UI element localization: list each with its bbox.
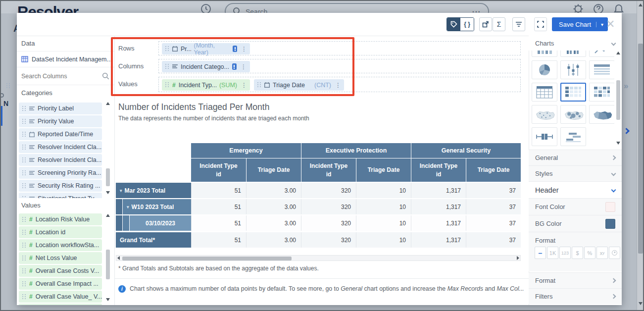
scroll-up-icon[interactable] bbox=[106, 214, 110, 217]
values-scrollbar-thumb[interactable] bbox=[106, 250, 110, 279]
chart-type-map-scatter[interactable] bbox=[532, 105, 557, 124]
chart-type-pie[interactable] bbox=[532, 60, 557, 79]
horizontal-scrollbar-thumb[interactable] bbox=[122, 257, 292, 260]
page-scrollbar-thumb[interactable] bbox=[638, 44, 643, 254]
collapse-icon[interactable]: ▾ bbox=[120, 188, 122, 193]
tag-icon[interactable] bbox=[447, 18, 460, 31]
braces-icon[interactable]: { } bbox=[460, 18, 474, 31]
format-none-button[interactable]: – bbox=[535, 247, 546, 259]
font-color-swatch[interactable] bbox=[605, 202, 615, 212]
scroll-right-icon[interactable] bbox=[517, 256, 519, 260]
header-subsection[interactable]: Header bbox=[529, 181, 622, 198]
kebab-menu-icon[interactable]: ⋮ bbox=[335, 82, 341, 89]
search-columns-input[interactable] bbox=[21, 73, 102, 80]
category-item[interactable]: Priority Value bbox=[19, 115, 102, 127]
filter-button[interactable] bbox=[512, 17, 525, 31]
category-item[interactable]: Security Risk Rating ... bbox=[19, 180, 102, 192]
chart-type-map-filled[interactable] bbox=[589, 105, 614, 124]
chart-type-column[interactable] bbox=[560, 51, 586, 57]
value-item-partial[interactable]: # bbox=[19, 304, 102, 305]
scroll-up-icon[interactable] bbox=[106, 102, 110, 105]
styles-section[interactable]: Styles bbox=[529, 165, 622, 181]
values-dropzone[interactable]: # Incident Typ... (SUM) ⋮ Triage Date (C… bbox=[158, 77, 521, 92]
value-item[interactable]: #Location Risk Value bbox=[19, 213, 102, 225]
charts-scrollbar-thumb[interactable] bbox=[616, 80, 620, 120]
format-exponent-button[interactable]: xy bbox=[596, 247, 608, 259]
kebab-menu-icon[interactable]: ⋮ bbox=[241, 82, 247, 89]
value-item[interactable]: #Overall Case Value_ V... bbox=[19, 291, 102, 303]
sort-badge-icon[interactable] bbox=[233, 46, 237, 52]
category-item[interactable]: Screening Priority Ra... bbox=[19, 167, 102, 179]
chart-type-bar[interactable] bbox=[532, 51, 557, 57]
close-icon[interactable]: ✕ bbox=[606, 18, 615, 31]
page-scrollbar[interactable] bbox=[637, 1, 644, 310]
scroll-down-icon[interactable] bbox=[616, 142, 620, 145]
chart-type-candlestick[interactable] bbox=[560, 60, 586, 79]
scroll-down-icon[interactable] bbox=[639, 302, 643, 305]
chart-type-heatmap[interactable] bbox=[589, 83, 614, 102]
sort-badge-icon[interactable] bbox=[232, 63, 237, 70]
sigma-button[interactable]: Σ bbox=[493, 17, 505, 31]
pivot-button[interactable] bbox=[479, 17, 492, 31]
row-label-week[interactable]: ▾W10 2023 Total bbox=[116, 199, 191, 214]
values-scrollbar[interactable] bbox=[105, 213, 111, 304]
rows-dropzone[interactable]: Pr... (Month, Year) ⋮ bbox=[158, 41, 521, 55]
value-item[interactable]: #Net Loss Value bbox=[19, 252, 102, 264]
categories-scrollbar-thumb[interactable] bbox=[106, 168, 110, 186]
format-thousands-button[interactable]: 1K bbox=[547, 247, 558, 259]
expand-panel-icon[interactable] bbox=[623, 128, 630, 134]
format-percent-button[interactable]: % bbox=[584, 247, 595, 259]
chart-type-list-table[interactable] bbox=[589, 60, 614, 79]
values-pill-sum[interactable]: # Incident Typ... (SUM) ⋮ bbox=[162, 79, 250, 91]
value-item[interactable]: #Overall Case Impact ... bbox=[19, 278, 102, 290]
chart-type-pivot-table-selected[interactable] bbox=[560, 83, 586, 102]
row-label-month[interactable]: ▾Mar 2023 Total bbox=[116, 183, 191, 198]
kebab-menu-icon[interactable]: ⋮ bbox=[241, 63, 247, 70]
charts-scrollbar[interactable] bbox=[615, 51, 622, 148]
categories-scrollbar[interactable] bbox=[105, 101, 111, 197]
format-currency-button[interactable]: $ bbox=[572, 247, 583, 259]
values-pill-count[interactable]: Triage Date (CNT) ⋮ bbox=[254, 79, 344, 91]
chart-type-map-bubble[interactable] bbox=[560, 105, 586, 124]
rows-pill[interactable]: Pr... (Month, Year) ⋮ bbox=[162, 43, 250, 54]
charts-section-header[interactable]: Charts bbox=[529, 36, 622, 51]
scroll-up-icon[interactable] bbox=[639, 3, 643, 6]
columns-pill[interactable]: Incident Catego... ⋮ bbox=[162, 61, 250, 72]
kebab-menu-icon[interactable]: ⋮ bbox=[241, 46, 247, 52]
format-time-button[interactable] bbox=[609, 247, 620, 259]
scroll-down-icon[interactable] bbox=[106, 298, 110, 301]
chart-type-box-plot[interactable] bbox=[532, 127, 557, 146]
chart-type-table[interactable] bbox=[532, 83, 557, 102]
help-icon[interactable] bbox=[593, 3, 604, 13]
value-item[interactable]: #Overall Case Costs V... bbox=[19, 265, 102, 277]
general-section[interactable]: General bbox=[529, 150, 622, 165]
label-mode-toggle[interactable]: { } bbox=[446, 17, 474, 31]
chart-type-line[interactable] bbox=[589, 51, 614, 57]
collapse-icon[interactable]: ▾ bbox=[127, 205, 129, 209]
category-item[interactable]: Reported Date/Time bbox=[19, 128, 102, 140]
gear-icon[interactable] bbox=[573, 3, 584, 13]
dataset-item[interactable]: DataSet Incident Managem... bbox=[17, 52, 114, 67]
bell-icon[interactable] bbox=[613, 3, 624, 13]
global-search-input[interactable]: Search ... bbox=[225, 3, 489, 13]
category-item[interactable]: Situational Threat Ty... bbox=[19, 193, 102, 198]
fullscreen-button[interactable] bbox=[534, 17, 547, 31]
category-item[interactable]: Priority Label bbox=[19, 103, 102, 114]
chart-type-gantt[interactable] bbox=[560, 127, 586, 146]
value-item[interactable]: #Location id bbox=[19, 226, 102, 238]
row-label-date[interactable]: 03/10/2023 bbox=[116, 215, 191, 231]
value-item[interactable]: #Location workflowSta... bbox=[19, 239, 102, 251]
category-item[interactable]: Resolver Incident Cla... bbox=[19, 154, 102, 166]
scroll-left-icon[interactable] bbox=[117, 256, 120, 260]
category-item[interactable]: Resolver Incident Cla... bbox=[19, 141, 102, 153]
bg-color-swatch[interactable] bbox=[605, 219, 615, 229]
table-horizontal-scrollbar[interactable] bbox=[116, 255, 521, 261]
filters-section[interactable]: Filters bbox=[529, 288, 622, 304]
format-number-button[interactable]: 123 bbox=[559, 247, 571, 259]
save-chart-button[interactable]: Save Chart ▾ bbox=[552, 17, 608, 31]
columns-dropzone[interactable]: Incident Catego... ⋮ bbox=[158, 59, 521, 73]
scroll-up-icon[interactable] bbox=[616, 52, 620, 54]
format-section[interactable]: Format bbox=[529, 272, 622, 288]
clock-icon[interactable] bbox=[200, 3, 211, 13]
collapse-panel-icon[interactable]: » bbox=[624, 81, 628, 91]
